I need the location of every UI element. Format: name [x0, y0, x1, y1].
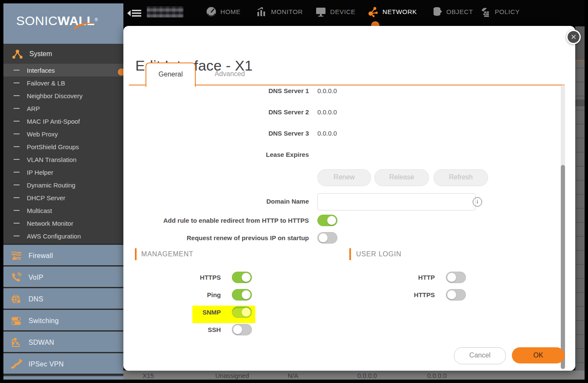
tab-general[interactable]: General: [146, 62, 196, 87]
tab-home[interactable]: HOME: [206, 6, 240, 17]
sidebar-group-firewall[interactable]: Firewall: [3, 244, 123, 267]
dash-icon: [14, 197, 20, 198]
request-renew-label: Request renew of previous IP on startup: [135, 234, 309, 241]
monitor-icon: [257, 6, 267, 17]
table-cell: Unassigned: [215, 372, 249, 379]
modal-scrollbar-thumb[interactable]: [561, 165, 565, 369]
dns-server-1-value: 0.0.0.0: [317, 87, 337, 94]
http-login-label: HTTP: [350, 274, 435, 281]
toggle-knob: [242, 273, 251, 282]
https-login-toggle[interactable]: [446, 289, 466, 301]
http-login-toggle[interactable]: [446, 272, 466, 283]
nav-label: OBJECT: [446, 8, 473, 15]
dash-icon: [14, 82, 20, 83]
tab-network[interactable]: NETWORK: [367, 6, 417, 17]
refresh-button[interactable]: Refresh: [434, 169, 488, 186]
dash-icon: [14, 235, 20, 236]
nav-label: HOME: [220, 8, 240, 15]
sidebar: System Interfaces Failover & LB Neighbor…: [3, 44, 123, 380]
release-button[interactable]: Release: [374, 169, 429, 186]
sidebar-item-multicast[interactable]: Multicast: [3, 204, 123, 217]
divider: [3, 374, 123, 375]
sidebar-item-aws-configuration[interactable]: AWS Configuration: [3, 230, 123, 242]
sidebar-group-dns[interactable]: DNS: [3, 287, 123, 310]
network-icon: [367, 6, 379, 17]
https-login-label: HTTPS: [350, 291, 435, 298]
sidebar-item-portshield-groups[interactable]: PortShield Groups: [3, 140, 123, 153]
toggle-knob: [327, 216, 336, 225]
sidebar-item-vlan-translation[interactable]: VLAN Translation: [3, 153, 123, 166]
https-mgmt-label: HTTPS: [136, 274, 221, 281]
dns-icon: [11, 294, 22, 305]
domain-name-input[interactable]: [317, 193, 476, 210]
renew-button[interactable]: Renew: [317, 169, 371, 186]
sidebar-item-network-monitor[interactable]: Network Monitor: [3, 217, 123, 230]
edit-interface-dialog: Edit Interface - X1 ✕ General Advanced D…: [123, 26, 575, 371]
dash-icon: [14, 95, 20, 96]
voip-icon: [11, 272, 22, 283]
sidebar-item-arp[interactable]: ARP: [3, 102, 123, 115]
tab-object[interactable]: OBJECT: [432, 6, 473, 17]
dash-icon: [14, 172, 20, 173]
sidebar-item-dhcp-server[interactable]: DHCP Server: [3, 191, 123, 204]
management-section-title: MANAGEMENT: [141, 250, 194, 258]
home-icon: [206, 6, 217, 17]
close-icon[interactable]: ✕: [566, 30, 581, 44]
sidebar-item-neighbor-discovery[interactable]: Neighbor Discovery: [3, 89, 123, 102]
device-name-redacted: [147, 6, 183, 17]
sidebar-group-ipsec-vpn[interactable]: IPSec VPN: [3, 352, 123, 375]
tab-policy[interactable]: POLICY: [480, 6, 520, 17]
top-nav: HOME MONITOR DEVICE: [123, 0, 585, 26]
dns-server-2-label: DNS Server 2: [135, 108, 309, 116]
collapse-menu-icon[interactable]: [127, 8, 143, 18]
firewall-icon: [11, 250, 22, 261]
info-icon[interactable]: i: [473, 197, 482, 207]
dash-icon: [14, 108, 20, 109]
dash-icon: [14, 121, 20, 122]
dash-icon: [14, 133, 20, 134]
sidebar-group-voip[interactable]: VoIP: [3, 265, 123, 288]
sidebar-item-dynamic-routing[interactable]: Dynamic Routing: [3, 179, 123, 191]
tab-monitor[interactable]: MONITOR: [257, 6, 303, 17]
toggle-knob: [319, 233, 328, 242]
https-mgmt-toggle[interactable]: [232, 272, 252, 283]
redirect-http-https-toggle[interactable]: [317, 215, 337, 226]
sidebar-section-system[interactable]: System: [3, 44, 123, 64]
ssh-toggle[interactable]: [232, 324, 252, 335]
toggle-knob: [447, 273, 456, 282]
ping-toggle[interactable]: [232, 289, 252, 301]
dimmed-interfaces-table: [575, 26, 585, 380]
sonicwall-logo: SONICWALL®: [3, 3, 123, 44]
snmp-toggle[interactable]: [232, 306, 252, 318]
ok-button[interactable]: OK: [512, 347, 565, 363]
nav-label: MONITOR: [271, 8, 303, 15]
sidebar-item-mac-ip-anti-spoof[interactable]: MAC IP Anti-Spoof: [3, 115, 123, 128]
dash-icon: [14, 159, 20, 160]
sidebar-item-web-proxy[interactable]: Web Proxy: [3, 128, 123, 140]
dash-icon: [14, 184, 20, 185]
table-cell: 0.0.0.0: [357, 372, 377, 379]
dns-server-3-label: DNS Server 3: [135, 130, 309, 137]
lease-expires-label: Lease Expires: [135, 151, 309, 158]
toggle-knob: [242, 290, 251, 299]
sidebar-group-sdwan[interactable]: SDWAN: [3, 330, 123, 353]
toggle-knob: [447, 290, 456, 299]
system-icon: [12, 49, 23, 59]
ping-toggle-label: Ping: [136, 291, 221, 298]
section-accent-bar: [349, 248, 351, 260]
sidebar-item-failover-lb[interactable]: Failover & LB: [3, 77, 123, 89]
sonicwall-app: HOME MONITOR DEVICE: [0, 0, 588, 383]
dash-icon: [14, 146, 20, 147]
tab-device[interactable]: DEVICE: [315, 6, 355, 17]
section-accent-bar: [135, 248, 137, 260]
sidebar-item-interfaces[interactable]: Interfaces: [3, 64, 123, 77]
redirect-http-https-label: Add rule to enable redirect from HTTP to…: [135, 217, 309, 224]
dns-server-3-value: 0.0.0.0: [317, 130, 337, 137]
policy-icon: [480, 6, 491, 17]
sidebar-group-switching[interactable]: Switching: [3, 309, 123, 332]
tab-advanced[interactable]: Advanced: [200, 62, 260, 85]
request-renew-toggle[interactable]: [317, 232, 337, 244]
cancel-button[interactable]: Cancel: [454, 347, 506, 364]
dash-icon: [14, 223, 20, 224]
sidebar-item-ip-helper[interactable]: IP Helper: [3, 166, 123, 179]
